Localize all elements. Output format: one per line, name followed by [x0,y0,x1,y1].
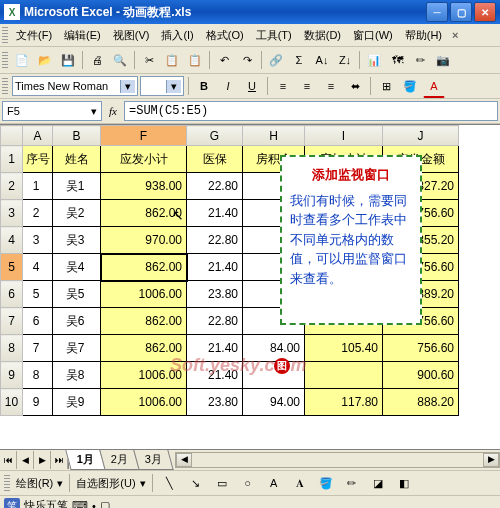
menu-view[interactable]: 视图(V) [107,26,156,45]
cut-icon[interactable]: ✂ [138,49,160,71]
minimize-button[interactable]: ─ [426,2,448,22]
cell[interactable]: 9 [23,389,53,416]
underline-button[interactable]: U [241,75,263,97]
align-center-icon[interactable]: ≡ [296,75,318,97]
rectangle-icon[interactable]: ▭ [211,472,233,494]
font-name-select[interactable]: Times New Roman▾ [12,76,138,96]
column-header[interactable]: H [243,126,305,146]
select-all-corner[interactable] [1,126,23,146]
chart-icon[interactable]: 📊 [363,49,385,71]
copy-icon[interactable]: 📋 [161,49,183,71]
cell[interactable]: 756.60 [383,335,459,362]
cell[interactable] [305,362,383,389]
undo-icon[interactable]: ↶ [213,49,235,71]
textbox-icon[interactable]: A [263,472,285,494]
cell[interactable]: 5 [23,281,53,308]
cell[interactable]: 吴9 [53,389,101,416]
menu-tools[interactable]: 工具(T) [250,26,298,45]
align-right-icon[interactable]: ≡ [320,75,342,97]
cell[interactable]: 862.00 [101,200,187,227]
cell[interactable]: 888.20 [383,389,459,416]
scroll-right-icon[interactable]: ▶ [483,453,499,467]
cell[interactable]: 吴7 [53,335,101,362]
sum-icon[interactable]: Σ [288,49,310,71]
header-cell[interactable]: 序号 [23,146,53,173]
maximize-button[interactable]: ▢ [450,2,472,22]
new-icon[interactable]: 📄 [11,49,33,71]
cell[interactable] [243,362,305,389]
cell[interactable]: 22.80 [187,173,243,200]
map-icon[interactable]: 🗺 [386,49,408,71]
cell[interactable]: 21.40 [187,362,243,389]
menu-help[interactable]: 帮助(H) [399,26,448,45]
align-left-icon[interactable]: ≡ [272,75,294,97]
border-icon[interactable]: ⊞ [375,75,397,97]
cell[interactable]: 吴8 [53,362,101,389]
sort-desc-icon[interactable]: Z↓ [334,49,356,71]
cell[interactable]: 8 [23,362,53,389]
cell[interactable]: 吴1 [53,173,101,200]
cell[interactable]: 吴4 [53,254,101,281]
grip-icon[interactable] [2,78,8,94]
cell[interactable]: 吴2 [53,200,101,227]
row-header[interactable]: 5 [1,254,23,281]
column-header[interactable]: I [305,126,383,146]
autoshapes-menu[interactable]: 自选图形(U) [76,476,135,491]
row-header[interactable]: 9 [1,362,23,389]
tab-next-icon[interactable]: ▶ [34,451,51,469]
chevron-down-icon[interactable]: ▾ [140,477,146,490]
shadow-icon[interactable]: ◪ [367,472,389,494]
fill-color-icon[interactable]: 🪣 [399,75,421,97]
cell[interactable]: 3 [23,227,53,254]
column-header[interactable]: F [101,126,187,146]
close-button[interactable]: ✕ [474,2,496,22]
grip-icon[interactable] [2,27,8,43]
horizontal-scrollbar[interactable]: ◀ ▶ [175,452,500,468]
sheet-tab[interactable]: 3月 [134,450,174,470]
menu-edit[interactable]: 编辑(E) [58,26,107,45]
row-header[interactable]: 10 [1,389,23,416]
cell[interactable]: 1006.00 [101,362,187,389]
cell[interactable]: 21.40 [187,254,243,281]
cell[interactable]: 862.00 [101,308,187,335]
cell[interactable]: 862.00 [101,335,187,362]
header-cell[interactable]: 姓名 [53,146,101,173]
grip-icon[interactable] [4,475,10,491]
arrow-icon[interactable]: ↘ [185,472,207,494]
cell[interactable]: 吴6 [53,308,101,335]
cell[interactable]: 21.40 [187,200,243,227]
cell[interactable]: 22.80 [187,227,243,254]
row-header[interactable]: 4 [1,227,23,254]
cell[interactable]: 900.60 [383,362,459,389]
wordart-icon[interactable]: 𝐀 [289,472,311,494]
open-icon[interactable]: 📂 [34,49,56,71]
row-header[interactable]: 1 [1,146,23,173]
fx-button[interactable]: fx [104,102,122,120]
line-color-icon[interactable]: ✏ [341,472,363,494]
row-header[interactable]: 3 [1,200,23,227]
fill-icon[interactable]: 🪣 [315,472,337,494]
worksheet-grid[interactable]: ABFGHIJ1序号姓名应发小计医保房积金应扣小计实发金额21吴1938.002… [0,124,500,449]
cell[interactable]: 1 [23,173,53,200]
cell[interactable]: 862.00 [101,254,187,281]
cell[interactable]: 7 [23,335,53,362]
formula-bar[interactable]: =SUM(C5:E5) [124,101,498,121]
cell[interactable]: 4 [23,254,53,281]
cell[interactable]: 117.80 [305,389,383,416]
cell[interactable]: 94.00 [243,389,305,416]
link-icon[interactable]: 🔗 [265,49,287,71]
row-header[interactable]: 6 [1,281,23,308]
oval-icon[interactable]: ○ [237,472,259,494]
cell[interactable]: 6 [23,308,53,335]
cell[interactable]: 21.40 [187,335,243,362]
merge-icon[interactable]: ⬌ [344,75,366,97]
row-header[interactable]: 2 [1,173,23,200]
sort-asc-icon[interactable]: A↓ [311,49,333,71]
menu-insert[interactable]: 插入(I) [155,26,199,45]
cell[interactable]: 23.80 [187,281,243,308]
line-icon[interactable]: ╲ [159,472,181,494]
tab-first-icon[interactable]: ⏮ [0,451,17,469]
column-header[interactable]: G [187,126,243,146]
draw-menu[interactable]: 绘图(R) [16,476,53,491]
doc-close-button[interactable]: × [448,29,462,41]
